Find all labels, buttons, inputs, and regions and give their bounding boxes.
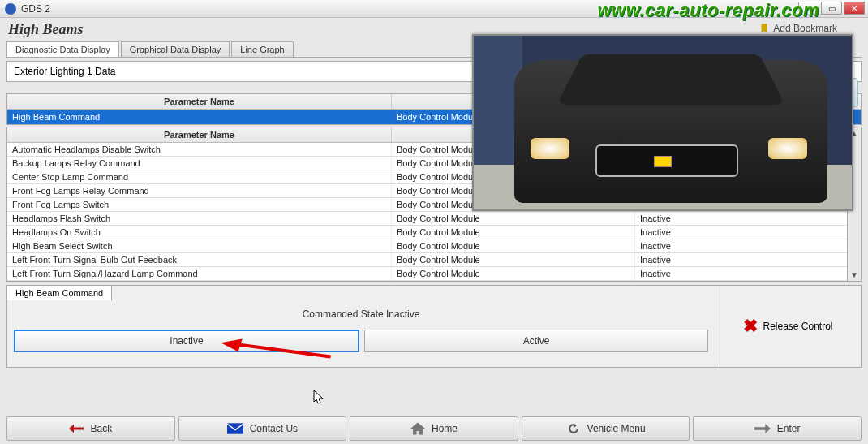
maximize-button[interactable]: ▭ — [821, 2, 842, 15]
table-row[interactable]: Left Front Turn Signal/Hazard Lamp Comma… — [7, 267, 847, 281]
vehicle-photo-overlay — [472, 34, 853, 211]
home-icon — [410, 422, 425, 435]
enter-arrow-icon — [754, 423, 771, 434]
back-arrow-icon — [69, 423, 84, 434]
grid-header-name[interactable]: Parameter Name — [7, 127, 392, 142]
enter-button[interactable]: Enter — [693, 416, 862, 441]
contact-us-button[interactable]: Contact Us — [178, 416, 347, 441]
app-icon — [5, 3, 16, 15]
bookmark-label: Add Bookmark — [773, 23, 837, 34]
bookmark-icon — [758, 23, 770, 34]
active-button[interactable]: Active — [364, 330, 708, 352]
table-row[interactable]: Headlamps On SwitchBody Control ModuleIn… — [7, 226, 847, 239]
watermark-text: www.car-auto-repair.com — [597, 0, 819, 21]
release-control-label: Release Control — [763, 321, 832, 332]
add-bookmark-button[interactable]: Add Bookmark — [758, 23, 837, 34]
mail-icon — [227, 423, 243, 434]
tab-diagnostic-data[interactable]: Diagnostic Data Display — [6, 41, 119, 57]
col-header-parameter-name: Parameter Name — [7, 94, 392, 109]
x-icon: ✖ — [743, 316, 758, 337]
selected-param-name: High Beam Command — [7, 110, 392, 124]
refresh-icon — [566, 421, 581, 436]
svg-rect-1 — [227, 423, 243, 433]
vehicle-menu-button[interactable]: Vehicle Menu — [522, 416, 690, 441]
back-button[interactable]: Back — [6, 416, 175, 441]
data-group-value: Exterior Lighting 1 Data — [14, 66, 115, 77]
svg-marker-3 — [221, 330, 245, 353]
bottom-nav: Back Contact Us Home Vehicle Menu Enter — [6, 416, 862, 441]
tab-line-graph[interactable]: Line Graph — [231, 41, 293, 57]
command-panel: High Beam Command Commanded State Inacti… — [6, 285, 862, 368]
table-row[interactable]: Headlamps Flash SwitchBody Control Modul… — [7, 212, 847, 226]
home-button[interactable]: Home — [350, 416, 518, 441]
command-tab[interactable]: High Beam Command — [6, 285, 112, 300]
window-title: GDS 2 — [21, 3, 50, 15]
commanded-state-label: Commanded State Inactive — [7, 300, 715, 325]
tab-graphical-data[interactable]: Graphical Data Display — [121, 41, 230, 57]
release-control-button[interactable]: ✖ Release Control — [715, 285, 862, 368]
table-row[interactable]: High Beam Select SwitchBody Control Modu… — [7, 239, 847, 253]
table-row[interactable]: Left Front Turn Signal Bulb Out Feedback… — [7, 253, 847, 267]
scroll-down-icon[interactable]: ▼ — [850, 270, 858, 279]
mouse-cursor-icon — [313, 390, 324, 407]
close-button[interactable]: ✕ — [844, 2, 865, 15]
